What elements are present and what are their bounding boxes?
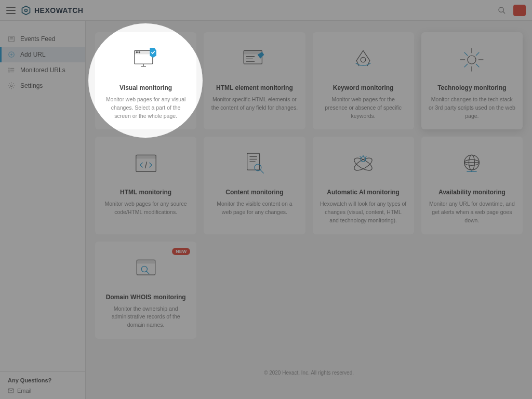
nav-label: Settings: [20, 82, 43, 89]
svg-rect-61: [137, 260, 155, 263]
menu-toggle[interactable]: [6, 7, 16, 14]
card-title: Keyword monitoring: [333, 84, 394, 91]
svg-line-3: [503, 11, 505, 14]
svg-point-2: [499, 7, 503, 12]
plus-icon: [8, 51, 15, 58]
sidebar-item-settings[interactable]: Settings: [0, 78, 85, 94]
svg-point-1: [25, 9, 28, 11]
feed-icon: [8, 35, 15, 43]
sidebar-item-add-url[interactable]: Add URL: [0, 47, 85, 62]
card-desc: Monitor specific HTML elements or the co…: [211, 96, 298, 112]
copyright: © 2020 Hexact, Inc. All rights reserved.: [95, 370, 523, 376]
nav: Events Feed Add URL Monitored URLs Setti…: [0, 21, 85, 371]
svg-marker-0: [22, 6, 30, 15]
card-desc: Monitor web pages for the presence or ab…: [320, 96, 407, 120]
keyword-icon: [347, 42, 380, 78]
card-title: Technology monitoring: [437, 84, 506, 91]
card-technology[interactable]: Technology monitoring Monitor changes to…: [421, 32, 523, 129]
nav-label: Add URL: [20, 51, 46, 58]
svg-line-36: [476, 64, 479, 67]
card-content[interactable]: Content monitoring Monitor the visible c…: [204, 137, 305, 234]
svg-line-38: [464, 64, 468, 67]
html-icon: [129, 146, 163, 182]
svg-point-16: [10, 85, 12, 87]
nav-label: Monitored URLs: [20, 66, 65, 74]
card-title: Content monitoring: [225, 189, 283, 196]
hexowatch-icon: [21, 5, 31, 16]
card-desc: Monitor the visible content on a web pag…: [211, 200, 298, 217]
search-icon[interactable]: [498, 6, 506, 15]
svg-point-15: [9, 72, 9, 72]
card-title: Availability monitoring: [438, 189, 506, 196]
brand-logo[interactable]: HEXOWATCH: [21, 5, 83, 16]
content-icon: [238, 146, 271, 182]
header-right: [498, 5, 526, 16]
card-desc: Monitor changes to the tech stack or 3rd…: [429, 96, 515, 120]
visual-monitoring-icon: [129, 42, 163, 78]
svg-line-37: [476, 52, 479, 56]
card-title: Automatic AI monitoring: [327, 189, 400, 196]
svg-point-21: [139, 51, 140, 52]
svg-line-35: [464, 52, 468, 56]
svg-point-13: [9, 68, 9, 69]
svg-line-53: [365, 156, 366, 157]
card-title: HTML element monitoring: [216, 84, 293, 91]
card-desc: Hexowatch will look for any types of cha…: [320, 200, 407, 224]
svg-line-47: [260, 170, 263, 173]
svg-point-20: [136, 51, 137, 52]
card-whois[interactable]: NEW Domain WHOIS monitoring Monitor the …: [95, 242, 196, 339]
email-text: Email: [17, 388, 32, 394]
card-desc: Monitor the ownership and administrative…: [102, 305, 189, 329]
ai-icon: [347, 146, 380, 182]
sidebar-item-events[interactable]: Events Feed: [0, 31, 85, 47]
card-html-element[interactable]: HTML element monitoring Monitor specific…: [204, 32, 305, 129]
main: Visual monitoring Monitor web pages for …: [86, 21, 532, 399]
availability-icon: [455, 146, 488, 182]
card-title: Domain WHOIS monitoring: [106, 294, 186, 301]
svg-line-52: [360, 156, 361, 157]
card-ai[interactable]: Automatic AI monitoring Hexowatch will l…: [313, 137, 414, 234]
header: HEXOWATCH: [0, 0, 532, 21]
nav-label: Events Feed: [20, 35, 55, 43]
svg-point-30: [468, 56, 476, 64]
monitor-type-grid: Visual monitoring Monitor web pages for …: [95, 32, 523, 339]
svg-line-63: [146, 271, 149, 274]
svg-rect-40: [136, 155, 155, 158]
gear-icon: [8, 82, 15, 89]
mail-icon: [8, 388, 14, 394]
whois-icon: [129, 251, 163, 287]
svg-point-29: [361, 57, 366, 62]
user-avatar[interactable]: [513, 5, 526, 16]
svg-point-62: [141, 266, 147, 272]
sidebar-item-monitored[interactable]: Monitored URLs: [0, 62, 85, 78]
sidebar: Events Feed Add URL Monitored URLs Setti…: [0, 21, 86, 399]
card-title: Visual monitoring: [119, 84, 172, 91]
svg-point-14: [9, 70, 9, 70]
technology-icon: [455, 42, 488, 78]
svg-rect-25: [244, 50, 262, 54]
brand-text: HEXOWATCH: [34, 6, 83, 15]
card-desc: Monitor web pages for any visual changes…: [102, 96, 189, 120]
list-icon: [8, 66, 15, 74]
card-keyword[interactable]: Keyword monitoring Monitor web pages for…: [313, 32, 414, 129]
svg-line-41: [145, 162, 147, 168]
email-link[interactable]: Email: [8, 388, 77, 394]
questions-label: Any Questions?: [8, 377, 77, 383]
new-badge: NEW: [172, 248, 190, 255]
card-title: HTML monitoring: [120, 189, 171, 196]
html-element-icon: [238, 42, 271, 78]
card-availability[interactable]: Availability monitoring Monitor any URL …: [421, 137, 523, 234]
header-left: HEXOWATCH: [6, 5, 83, 16]
card-desc: Monitor web pages for any source code/HT…: [102, 200, 189, 217]
sidebar-footer: Any Questions? Email: [0, 371, 85, 399]
card-html[interactable]: HTML monitoring Monitor web pages for an…: [95, 137, 196, 234]
card-visual-monitoring[interactable]: Visual monitoring Monitor web pages for …: [95, 32, 196, 129]
card-desc: Monitor any URL for downtime, and get al…: [429, 200, 515, 224]
